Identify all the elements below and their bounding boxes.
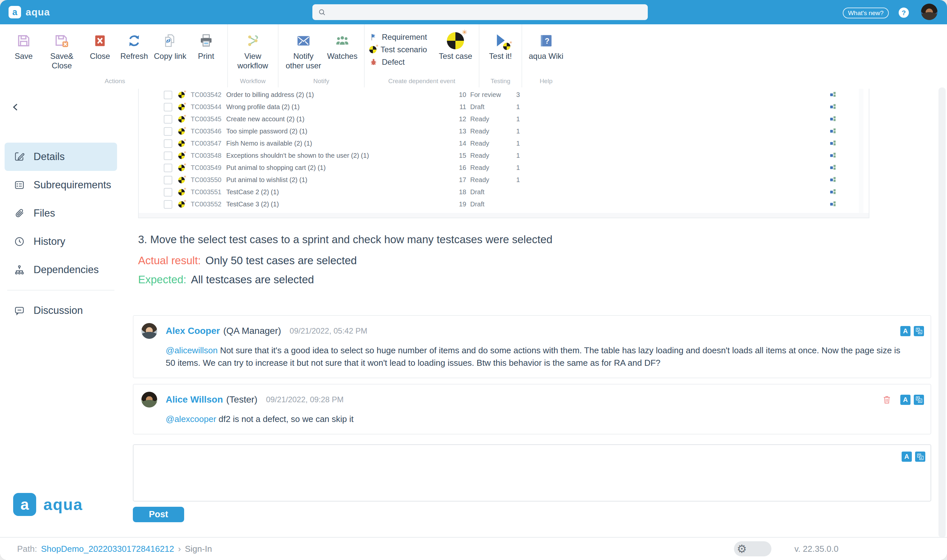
steps-icon[interactable] bbox=[828, 176, 837, 183]
global-search[interactable] bbox=[313, 4, 648, 20]
table-row[interactable]: TC003544 Wrong profile data (2) (1) 11 D… bbox=[139, 101, 869, 113]
print-button[interactable]: Print bbox=[190, 30, 223, 62]
testcase-name[interactable]: Order to billing address (2) (1) bbox=[226, 91, 456, 98]
row-checkbox[interactable] bbox=[164, 188, 172, 197]
testcase-name[interactable]: Too simple password (2) (1) bbox=[226, 128, 456, 135]
testcase-name[interactable]: Exceptions shouldn't be shown to the use… bbox=[226, 152, 456, 159]
commenter-avatar[interactable] bbox=[142, 323, 157, 339]
translate-button[interactable] bbox=[914, 395, 924, 405]
table-horizontal-scrollbar[interactable] bbox=[139, 213, 869, 218]
testcase-id: TC003545 bbox=[191, 115, 226, 123]
testcase-name[interactable]: TestCase 2 (2) (1) bbox=[226, 188, 456, 196]
row-checkbox[interactable] bbox=[164, 127, 172, 136]
row-checkbox[interactable] bbox=[164, 164, 172, 172]
translate-button[interactable] bbox=[914, 326, 924, 336]
view-workflow-button[interactable]: View workflow bbox=[233, 30, 273, 72]
watches-button[interactable]: Watches bbox=[325, 30, 359, 62]
topbar: a aqua What's new? ? bbox=[0, 0, 947, 24]
table-row[interactable]: TC003547 Fish Nemo is available (2) (1) … bbox=[139, 137, 869, 149]
sidebar-item-subrequirements[interactable]: Subrequirements bbox=[5, 171, 117, 199]
user-avatar[interactable] bbox=[921, 4, 938, 20]
comment-input[interactable] bbox=[137, 448, 895, 498]
notify-other-user-button[interactable]: Notify other user bbox=[283, 30, 324, 72]
testcase-order: 12 bbox=[456, 115, 466, 123]
row-checkbox[interactable] bbox=[164, 139, 172, 148]
testcase-name[interactable]: TestCase 3 (2) (1) bbox=[226, 200, 456, 208]
testcase-icon bbox=[178, 128, 185, 135]
table-scrollbar[interactable] bbox=[859, 89, 864, 213]
settings-toggle[interactable]: ⚙ bbox=[734, 541, 771, 556]
table-row[interactable]: TC003546 Too simple password (2) (1) 13 … bbox=[139, 125, 869, 137]
aqua-wiki-button[interactable]: ? aqua Wiki bbox=[527, 30, 565, 62]
testcase-order: 11 bbox=[456, 103, 466, 111]
refresh-button[interactable]: Refresh bbox=[118, 30, 151, 62]
format-text-button[interactable]: A bbox=[902, 452, 912, 462]
print-icon bbox=[199, 32, 214, 50]
format-text-button[interactable]: A bbox=[900, 395, 910, 405]
sidebar-item-files[interactable]: Files bbox=[5, 199, 117, 228]
search-input[interactable] bbox=[326, 4, 648, 20]
copy-link-button[interactable]: Copy link bbox=[152, 30, 188, 62]
translate-button[interactable] bbox=[915, 452, 925, 462]
aqua-logo-icon[interactable]: a bbox=[9, 6, 21, 18]
testcase-name[interactable]: Wrong profile data (2) (1) bbox=[226, 103, 456, 111]
steps-icon[interactable] bbox=[828, 103, 837, 111]
table-row[interactable]: TC003551 TestCase 2 (2) (1) 18 Draft bbox=[139, 186, 869, 198]
test-scenario-icon bbox=[369, 46, 377, 53]
testcase-name[interactable]: Put animal to wishlist (2) (1) bbox=[226, 176, 456, 184]
table-row[interactable]: TC003548 Exceptions shouldn't be shown t… bbox=[139, 149, 869, 162]
post-button[interactable]: Post bbox=[133, 507, 184, 522]
commenter-avatar[interactable] bbox=[142, 392, 157, 408]
save-button[interactable]: Save bbox=[7, 30, 40, 62]
table-row[interactable]: TC003542 Order to billing address (2) (1… bbox=[139, 89, 869, 101]
steps-icon[interactable] bbox=[828, 128, 837, 135]
row-checkbox[interactable] bbox=[164, 91, 172, 99]
row-checkbox[interactable] bbox=[164, 151, 172, 160]
whats-new-button[interactable]: What's new? bbox=[843, 8, 889, 18]
testcase-order: 16 bbox=[456, 164, 466, 172]
help-icon[interactable]: ? bbox=[899, 8, 909, 18]
steps-icon[interactable] bbox=[828, 164, 837, 171]
comment-body: @alicewillson Not sure that it's a good … bbox=[134, 339, 930, 378]
sidebar-item-details[interactable]: Details bbox=[5, 143, 117, 171]
create-defect-button[interactable]: Defect bbox=[369, 57, 427, 67]
steps-icon[interactable] bbox=[828, 91, 837, 98]
delete-comment-button[interactable] bbox=[881, 394, 892, 405]
steps-icon[interactable] bbox=[828, 140, 837, 147]
steps-icon[interactable] bbox=[828, 188, 837, 195]
table-row[interactable]: TC003552 TestCase 3 (2) (1) 19 Draft bbox=[139, 198, 869, 210]
aqua-footer-logo: a aqua bbox=[13, 493, 83, 516]
table-row[interactable]: TC003550 Put animal to wishlist (2) (1) … bbox=[139, 174, 869, 186]
commenter-name[interactable]: Alex Cooper bbox=[166, 326, 220, 336]
create-requirement-button[interactable]: Requirement bbox=[369, 32, 427, 42]
steps-icon[interactable] bbox=[828, 152, 837, 159]
row-checkbox[interactable] bbox=[164, 115, 172, 123]
close-button[interactable]: Close bbox=[83, 30, 116, 62]
test-it-button[interactable]: Test it! bbox=[484, 30, 517, 62]
testcase-name[interactable]: Create new account (2) (1) bbox=[226, 115, 456, 123]
aqua-logo-letter: a bbox=[12, 7, 17, 17]
table-row[interactable]: TC003545 Create new account (2) (1) 12 R… bbox=[139, 113, 869, 125]
create-test-scenario-button[interactable]: Test scenario bbox=[369, 45, 427, 54]
format-text-button[interactable]: A bbox=[900, 326, 910, 336]
sidebar-item-dependencies[interactable]: Dependencies bbox=[5, 256, 117, 284]
row-checkbox[interactable] bbox=[164, 176, 172, 185]
sidebar-item-history[interactable]: History bbox=[5, 228, 117, 256]
path-project-link[interactable]: ShopDemo_202203301728416212 bbox=[41, 544, 174, 554]
steps-icon[interactable] bbox=[828, 115, 837, 123]
sidebar-item-discussion[interactable]: Discussion bbox=[5, 297, 117, 325]
row-checkbox[interactable] bbox=[164, 103, 172, 111]
commenter-name[interactable]: Alice Willson bbox=[166, 394, 223, 405]
main-scrollbar[interactable] bbox=[938, 88, 946, 538]
mention-link[interactable]: @alexcooper bbox=[166, 414, 216, 424]
testcase-name[interactable]: Put animal to shopping cart (2) (1) bbox=[226, 164, 456, 172]
comment-timestamp: 09/21/2022, 09:28 PM bbox=[266, 395, 343, 404]
save-and-close-button[interactable]: Save& Close bbox=[42, 30, 82, 72]
back-chevron-icon[interactable] bbox=[9, 100, 23, 114]
testcase-name[interactable]: Fish Nemo is available (2) (1) bbox=[226, 140, 456, 147]
steps-icon[interactable] bbox=[828, 200, 837, 208]
mention-link[interactable]: @alicewillson bbox=[166, 345, 218, 355]
table-row[interactable]: TC003549 Put animal to shopping cart (2)… bbox=[139, 162, 869, 174]
row-checkbox[interactable] bbox=[164, 200, 172, 209]
create-test-case-button[interactable]: Test case bbox=[437, 30, 474, 62]
